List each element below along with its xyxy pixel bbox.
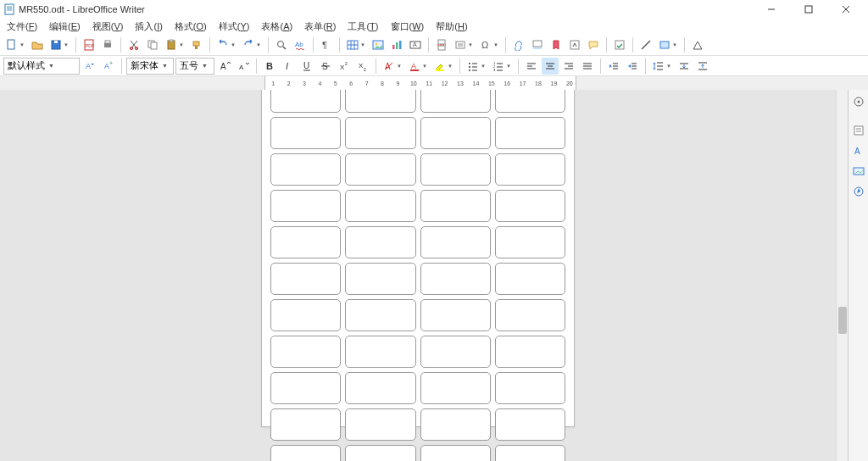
align-center-button[interactable] — [542, 58, 559, 75]
label-cell[interactable] — [420, 445, 491, 461]
underline-button[interactable]: U — [298, 58, 315, 75]
menu-file[interactable]: 文件(F) — [2, 19, 42, 34]
label-cell[interactable] — [270, 190, 341, 222]
label-cell[interactable] — [345, 336, 415, 368]
menu-help[interactable]: 帮助(H) — [431, 19, 472, 34]
label-cell[interactable] — [495, 336, 565, 368]
increase-indent-button[interactable] — [605, 58, 622, 75]
insert-bookmark-button[interactable] — [548, 36, 565, 53]
insert-field-button[interactable]: ▼ — [452, 36, 476, 53]
label-cell[interactable] — [495, 263, 565, 295]
label-cell[interactable] — [420, 372, 491, 404]
label-cell[interactable] — [495, 372, 565, 404]
label-cell[interactable] — [420, 263, 491, 295]
label-cell[interactable] — [420, 299, 491, 331]
document-scroll[interactable] — [0, 90, 836, 461]
spellcheck-button[interactable]: Ab — [292, 36, 309, 53]
label-cell[interactable] — [420, 190, 491, 222]
track-changes-button[interactable] — [611, 36, 628, 53]
menu-window[interactable]: 窗口(W) — [386, 19, 430, 34]
formatting-marks-button[interactable]: ¶ — [318, 36, 335, 53]
label-cell[interactable] — [270, 117, 341, 149]
page-break-button[interactable] — [433, 36, 450, 53]
redo-button[interactable]: ▼ — [240, 36, 264, 53]
highlight-color-button[interactable]: ▼ — [431, 58, 455, 75]
open-button[interactable] — [29, 36, 46, 53]
menu-table[interactable]: 表格(A) — [256, 19, 298, 34]
insert-textbox-button[interactable]: A — [407, 36, 424, 53]
label-cell[interactable] — [345, 153, 415, 186]
label-cell[interactable] — [270, 445, 341, 461]
label-cell[interactable] — [270, 263, 341, 295]
new-button[interactable]: ▼ — [3, 36, 27, 53]
label-cell[interactable] — [420, 90, 491, 113]
label-cell[interactable] — [495, 190, 565, 222]
font-size-combo[interactable]: 五号▼ — [175, 58, 214, 75]
subscript-button[interactable]: X2 — [354, 58, 371, 75]
menu-edit[interactable]: 编辑(E) — [44, 19, 86, 34]
basic-shapes-button[interactable]: ▼ — [656, 36, 680, 53]
label-cell[interactable] — [495, 90, 565, 113]
insert-line-button[interactable] — [637, 36, 654, 53]
update-style-button[interactable]: A — [81, 58, 98, 75]
horizontal-ruler[interactable]: 1234567891011121314151617181920 — [264, 76, 576, 90]
cut-button[interactable] — [125, 36, 142, 53]
label-cell[interactable] — [345, 299, 415, 331]
bold-button[interactable]: B — [261, 58, 278, 75]
label-cell[interactable] — [270, 153, 341, 186]
export-pdf-button[interactable]: PDF — [81, 36, 97, 53]
sidebar-navigator-tab[interactable] — [850, 183, 867, 200]
sidebar-styles-tab[interactable]: A — [850, 142, 867, 159]
menu-forms[interactable]: 表单(R) — [299, 19, 341, 34]
clear-formatting-button[interactable]: A▼ — [381, 58, 404, 75]
label-cell[interactable] — [420, 153, 491, 186]
vertical-scrollbar[interactable] — [836, 90, 848, 461]
scrollbar-thumb[interactable] — [838, 307, 847, 334]
italic-button[interactable]: I — [280, 58, 297, 75]
insert-hyperlink-button[interactable] — [510, 36, 527, 53]
insert-table-button[interactable]: ▼ — [344, 36, 368, 53]
menu-tools[interactable]: 工具(T) — [342, 19, 383, 34]
label-cell[interactable] — [495, 408, 565, 441]
copy-button[interactable] — [144, 36, 161, 53]
align-justify-button[interactable] — [579, 58, 596, 75]
menu-insert[interactable]: 插入(I) — [130, 19, 167, 34]
decrease-spacing-button[interactable] — [694, 58, 711, 75]
label-cell[interactable] — [270, 372, 341, 404]
insert-chart-button[interactable] — [388, 36, 405, 53]
insert-special-char-button[interactable]: Ω▼ — [477, 36, 501, 53]
new-style-button[interactable]: A+ — [100, 58, 117, 75]
save-button[interactable]: ▼ — [47, 36, 71, 53]
font-color-button[interactable]: A▼ — [406, 58, 430, 75]
insert-image-button[interactable] — [370, 36, 387, 53]
label-cell[interactable] — [495, 299, 565, 331]
label-cell[interactable] — [495, 226, 565, 258]
label-cell[interactable] — [270, 336, 341, 368]
align-left-button[interactable] — [523, 58, 540, 75]
sidebar-gallery-tab[interactable] — [850, 163, 867, 180]
sidebar-properties-tab[interactable] — [850, 122, 867, 139]
window-minimize-button[interactable] — [753, 0, 790, 19]
label-cell[interactable] — [345, 408, 415, 441]
shrink-font-button[interactable]: A — [235, 58, 252, 75]
label-cell[interactable] — [270, 408, 341, 441]
insert-cross-ref-button[interactable] — [566, 36, 583, 53]
label-cell[interactable] — [495, 445, 565, 461]
label-cell[interactable] — [420, 226, 491, 258]
label-cell[interactable] — [345, 90, 415, 113]
insert-comment-button[interactable] — [585, 36, 602, 53]
label-cell[interactable] — [345, 117, 415, 149]
insert-footnote-button[interactable] — [529, 36, 546, 53]
show-draw-functions-button[interactable] — [689, 36, 706, 53]
label-cell[interactable] — [420, 117, 491, 149]
clone-formatting-button[interactable] — [188, 36, 205, 53]
find-replace-button[interactable] — [273, 36, 290, 53]
paragraph-style-combo[interactable]: 默认样式▼ — [3, 58, 80, 75]
window-maximize-button[interactable] — [790, 0, 827, 19]
decrease-indent-button[interactable] — [624, 58, 641, 75]
window-close-button[interactable] — [827, 0, 865, 19]
label-cell[interactable] — [345, 190, 415, 222]
label-cell[interactable] — [345, 263, 415, 295]
label-cell[interactable] — [345, 445, 415, 461]
strikethrough-button[interactable]: S — [317, 58, 334, 75]
